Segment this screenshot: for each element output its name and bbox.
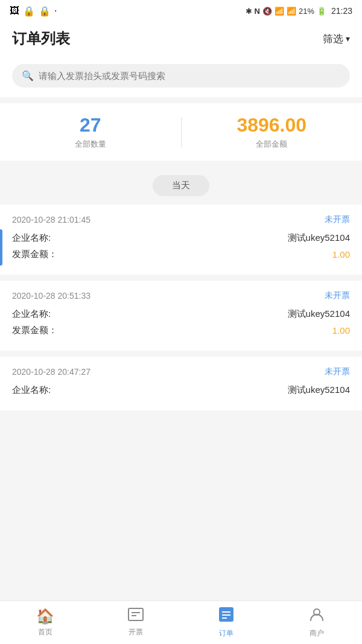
battery-text: 21% [299,7,314,16]
nav-order-label: 订单 [219,628,233,639]
total-amount-value: 3896.00 [237,114,306,136]
nav-item-home[interactable]: 🏠 首页 [27,608,63,637]
order-company-row: 企业名称: 测试ukey52104 [12,232,350,244]
time-display: 21:23 [331,6,352,16]
search-wrap: 🔍 [0,57,362,97]
status-bar: 🖼 🔒 🔒 · ✱ N 🔇 📶 📶 21% 🔋 21:23 [0,0,362,22]
order-company-row: 企业名称: 测试ukey52104 [12,384,350,396]
amount-value: 1.00 [332,325,350,336]
filter-area[interactable]: 筛选 ▾ [323,32,350,46]
order-status-badge: 未开票 [325,214,350,225]
total-amount-stat: 3896.00 全部金额 [182,103,363,161]
svg-rect-0 [129,608,143,620]
amount-value: 1.00 [332,249,350,260]
company-label: 企业名称: [12,384,51,396]
chevron-down-icon: ▾ [346,34,350,43]
bluetooth-icon: ✱ [246,7,252,16]
bottom-nav: 🏠 首页 开票 订单 商 [0,601,362,644]
nfc-icon: N [255,7,260,16]
filter-label[interactable]: 筛选 [323,32,343,46]
company-value: 测试ukey52104 [288,384,350,396]
order-card[interactable]: 2020-10-28 21:01:45 未开票 企业名称: 测试ukey5210… [0,205,362,275]
company-value: 测试ukey52104 [288,308,350,320]
company-value: 测试ukey52104 [288,232,350,244]
nav-home-label: 首页 [38,627,52,637]
order-status-badge: 未开票 [325,366,350,377]
nav-item-order[interactable]: 订单 [208,607,244,639]
dot-icon: · [54,5,57,16]
home-icon: 🏠 [36,608,54,625]
order-card[interactable]: 2020-10-28 20:47:27 未开票 企业名称: 测试ukey5210… [0,357,362,410]
nav-invoice-label: 开票 [129,627,143,637]
order-company-row: 企业名称: 测试ukey52104 [12,308,350,320]
photo-icon: 🖼 [10,5,19,16]
page-title: 订单列表 [12,29,70,48]
order-datetime: 2020-10-28 21:01:45 [12,215,91,225]
total-count-label: 全部数量 [75,139,106,150]
amount-label: 发票金额： [12,249,57,260]
order-amount-row: 发票金额： 1.00 [12,325,350,336]
total-count-value: 27 [80,114,101,136]
wifi-icon: 📶 [275,7,284,16]
order-amount-row: 发票金额： 1.00 [12,249,350,260]
order-card-header: 2020-10-28 20:51:33 未开票 [12,290,350,301]
lock-icon: 🔒 [23,5,35,17]
date-filter-wrap: 当天 [0,167,362,205]
merchant-icon [309,607,325,626]
nav-item-invoice[interactable]: 开票 [118,608,154,637]
search-bar[interactable]: 🔍 [12,64,350,88]
status-bar-right: ✱ N 🔇 📶 📶 21% 🔋 21:23 [246,6,352,16]
company-label: 企业名称: [12,232,51,244]
total-count-stat: 27 全部数量 [0,103,181,161]
nav-merchant-label: 商户 [310,628,324,639]
order-status-badge: 未开票 [325,290,350,301]
order-list: 2020-10-28 21:01:45 未开票 企业名称: 测试ukey5210… [0,205,362,465]
top-nav: 订单列表 筛选 ▾ [0,22,362,57]
amount-label: 发票金额： [12,325,57,336]
order-card-header: 2020-10-28 20:47:27 未开票 [12,366,350,377]
order-datetime: 2020-10-28 20:51:33 [12,291,91,301]
company-label: 企业名称: [12,308,51,320]
stats-row: 27 全部数量 3896.00 全部金额 [0,103,362,161]
mute-icon: 🔇 [262,7,272,16]
nav-item-merchant[interactable]: 商户 [299,607,335,639]
order-card-header: 2020-10-28 21:01:45 未开票 [12,214,350,225]
order-datetime: 2020-10-28 20:47:27 [12,367,91,377]
total-amount-label: 全部金额 [256,139,287,150]
status-bar-left: 🖼 🔒 🔒 · [10,5,57,17]
search-input[interactable] [39,71,340,81]
signal-icon: 📶 [287,7,296,16]
side-indicator [0,229,2,266]
lock2-icon: 🔒 [39,5,51,17]
order-icon [218,607,234,626]
battery-icon: 🔋 [317,7,326,16]
order-card[interactable]: 2020-10-28 20:51:33 未开票 企业名称: 测试ukey5210… [0,281,362,351]
date-filter-button[interactable]: 当天 [153,175,209,196]
invoice-icon [128,608,144,625]
search-icon: 🔍 [22,70,34,81]
